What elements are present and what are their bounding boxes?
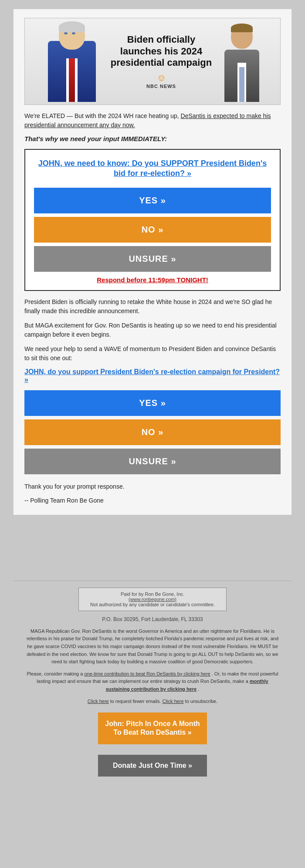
nbc-peacock-icon: ⎊ [159, 72, 164, 84]
yes-button-2[interactable]: YES » [24, 390, 281, 416]
team-text: -- Polling Team Ron Be Gone [24, 497, 281, 504]
poll-box-2: YES » NO » UNSURE » [24, 390, 281, 474]
body-para1: President Biden is officially running to… [24, 297, 281, 316]
paid-for-box: Paid for by Ron Be Gone, Inc. (www.ronbe… [78, 588, 227, 611]
intro-text1: We're ELATED — But with the 2024 WH race… [24, 111, 281, 130]
onetime-donate-button[interactable]: Donate Just One Time » [98, 755, 207, 777]
footer-address: P.O. Box 30295, Fort Lauderdale, FL 3330… [13, 616, 292, 622]
contribute-prefix: Please, consider making a [27, 671, 83, 676]
poll-box-1: JOHN, we need to know: Do you SUPPORT Pr… [24, 149, 281, 291]
spacer [0, 524, 305, 576]
paid-line1: Paid for by Ron Be Gone, Inc. [84, 591, 221, 597]
body-para2: But MAGA excitement for Gov. Ron DeSanti… [24, 321, 281, 339]
contribute-text: Please, consider making a one-time contr… [26, 670, 279, 693]
thanks-text: Thank you for your prompt response. [24, 483, 281, 490]
desantis-description: MAGA Republican Gov. Ron DeSantis is the… [26, 628, 279, 666]
paid-line2: (www.ronbegone.com) [84, 597, 221, 602]
no-button-2[interactable]: NO » [24, 419, 281, 445]
unsure-button-1[interactable]: UNSURE » [34, 246, 271, 272]
unsure-button-2[interactable]: UNSURE » [24, 449, 281, 474]
poll-question-1: JOHN, we need to know: Do you SUPPORT Pr… [34, 159, 271, 179]
desantis-link[interactable]: DeSantis is expected to make his preside… [24, 112, 271, 128]
paid-line3: Not authorized by any candidate or candi… [84, 602, 221, 607]
website-link[interactable]: (www.ronbegone.com) [129, 597, 176, 602]
nbc-label: NBC NEWS [146, 84, 176, 89]
poll-link-2[interactable]: JOHN, do you support President Biden's r… [24, 368, 280, 383]
footer-body-text: MAGA Republican Gov. Ron DeSantis is the… [26, 628, 279, 693]
monthly-donate-button[interactable]: John: Pitch In Once A Month To Beat Ron … [98, 713, 207, 745]
footer-section: Paid for by Ron Be Gone, Inc. (www.ronbe… [0, 576, 305, 790]
yes-button-1[interactable]: YES » [34, 188, 271, 213]
poll-question-link-1[interactable]: JOHN, we need to know: Do you SUPPORT Pr… [38, 159, 267, 178]
unsubscribe-text: Click here to request fewer emails. Clic… [13, 699, 292, 704]
unsubscribe-link[interactable]: Click here [163, 699, 184, 704]
deadline-text: Respond before 11:59pm TONIGHT! [34, 276, 271, 284]
footer-divider [13, 581, 292, 581]
sign-off: Thank you for your prompt response. -- P… [24, 483, 281, 504]
urgency-text: That's why we need your input IMMEDIATEL… [24, 135, 281, 142]
onetime-contribution-link[interactable]: one-time contribution to beat Ron DeSant… [84, 671, 210, 676]
contribute-suffix: . [198, 686, 199, 692]
no-button-1[interactable]: NO » [34, 217, 271, 243]
fewer-emails-link[interactable]: Click here [88, 699, 109, 704]
hero-title: Biden officially launches his 2024 presi… [109, 34, 214, 68]
body-para3: We need your help to send a WAVE of mome… [24, 344, 281, 363]
hero-banner: Biden officially launches his 2024 presi… [24, 18, 281, 105]
